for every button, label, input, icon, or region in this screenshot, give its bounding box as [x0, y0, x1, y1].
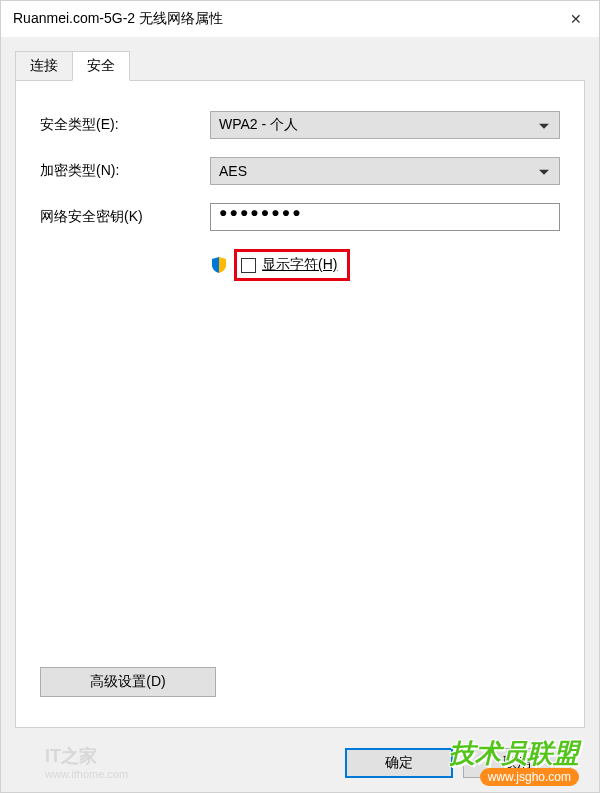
tabs: 连接 安全: [15, 51, 585, 81]
dropdown-security-type[interactable]: WPA2 - 个人: [210, 111, 560, 139]
row-network-key: 网络安全密钥(K) ●●●●●●●●: [40, 203, 560, 231]
row-security-type: 安全类型(E): WPA2 - 个人: [40, 111, 560, 139]
content-area: 连接 安全 安全类型(E): WPA2 - 个人 加密类型(N):: [1, 37, 599, 792]
row-show-chars: 显示字符(H): [210, 249, 560, 281]
ok-button[interactable]: 确定: [345, 748, 453, 778]
checkbox-show-chars[interactable]: [241, 258, 256, 273]
cancel-button[interactable]: 取消: [463, 748, 571, 778]
tab-panel-security: 安全类型(E): WPA2 - 个人 加密类型(N): AES: [15, 80, 585, 728]
label-security-type: 安全类型(E):: [40, 116, 210, 134]
dropdown-value: WPA2 - 个人: [219, 116, 298, 134]
highlight-box: 显示字符(H): [234, 249, 350, 281]
dropdown-value: AES: [219, 163, 247, 179]
advanced-settings-button[interactable]: 高级设置(D): [40, 667, 216, 697]
dialog-buttons: 确定 取消: [345, 748, 571, 778]
dialog-window: Ruanmei.com-5G-2 无线网络属性 ✕ 连接 安全 安全类型(E):…: [0, 0, 600, 793]
label-show-chars[interactable]: 显示字符(H): [262, 256, 337, 274]
tab-container: 连接 安全 安全类型(E): WPA2 - 个人 加密类型(N):: [15, 51, 585, 792]
label-network-key: 网络安全密钥(K): [40, 208, 210, 226]
window-title: Ruanmei.com-5G-2 无线网络属性: [13, 10, 223, 28]
tab-security[interactable]: 安全: [72, 51, 130, 81]
row-encryption: 加密类型(N): AES: [40, 157, 560, 185]
label-encryption: 加密类型(N):: [40, 162, 210, 180]
titlebar: Ruanmei.com-5G-2 无线网络属性 ✕: [1, 1, 599, 37]
dropdown-encryption[interactable]: AES: [210, 157, 560, 185]
shield-icon: [210, 256, 228, 274]
input-network-key[interactable]: ●●●●●●●●: [210, 203, 560, 231]
close-button[interactable]: ✕: [553, 1, 599, 37]
tab-connect[interactable]: 连接: [15, 51, 73, 81]
